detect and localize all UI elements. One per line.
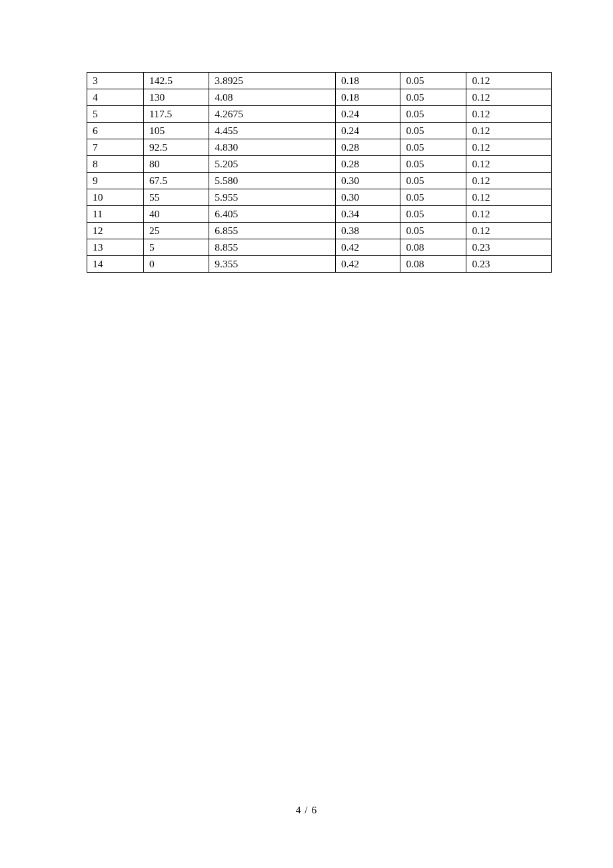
- table-cell: 0.08: [400, 256, 466, 273]
- table-cell: 0.05: [400, 73, 466, 89]
- table-cell: 10: [87, 189, 144, 206]
- table-row: 9 67.5 5.580 0.30 0.05 0.12: [87, 173, 552, 189]
- table-cell: 0.05: [400, 106, 466, 123]
- table-cell: 0.42: [335, 256, 400, 273]
- table-cell: 0.12: [466, 73, 552, 89]
- table-cell: 0.12: [466, 189, 552, 206]
- table-cell: 6.855: [209, 223, 336, 239]
- table-cell: 7: [87, 139, 144, 156]
- table-cell: 0.38: [335, 223, 400, 239]
- table-row: 13 5 8.855 0.42 0.08 0.23: [87, 239, 552, 256]
- table-row: 11 40 6.405 0.34 0.05 0.12: [87, 206, 552, 223]
- table-cell: 5: [87, 106, 144, 123]
- table-cell: 4.455: [209, 123, 336, 139]
- table-cell: 8: [87, 156, 144, 173]
- table-row: 14 0 9.355 0.42 0.08 0.23: [87, 256, 552, 273]
- table-cell: 0.18: [335, 89, 400, 106]
- table-row: 10 55 5.955 0.30 0.05 0.12: [87, 189, 552, 206]
- table-row: 8 80 5.205 0.28 0.05 0.12: [87, 156, 552, 173]
- table-cell: 0.08: [400, 239, 466, 256]
- page-content: 3 142.5 3.8925 0.18 0.05 0.12 4 130 4.08…: [0, 0, 613, 273]
- table-cell: 0.05: [400, 189, 466, 206]
- table-cell: 0.12: [466, 223, 552, 239]
- table-cell: 0.05: [400, 89, 466, 106]
- table-row: 12 25 6.855 0.38 0.05 0.12: [87, 223, 552, 239]
- table-cell: 0.05: [400, 139, 466, 156]
- table-cell: 0.12: [466, 106, 552, 123]
- table-body: 3 142.5 3.8925 0.18 0.05 0.12 4 130 4.08…: [87, 73, 552, 273]
- table-cell: 55: [144, 189, 209, 206]
- table-cell: 0.12: [466, 89, 552, 106]
- table-cell: 0.12: [466, 156, 552, 173]
- table-cell: 14: [87, 256, 144, 273]
- table-cell: 105: [144, 123, 209, 139]
- table-cell: 0.18: [335, 73, 400, 89]
- page-number-label: 4 / 6: [296, 804, 318, 815]
- table-cell: 0.24: [335, 123, 400, 139]
- table-cell: 5: [144, 239, 209, 256]
- table-cell: 0.28: [335, 156, 400, 173]
- table-cell: 0.05: [400, 223, 466, 239]
- table-cell: 40: [144, 206, 209, 223]
- table-cell: 80: [144, 156, 209, 173]
- table-cell: 0.30: [335, 189, 400, 206]
- table-cell: 3: [87, 73, 144, 89]
- page-footer: 4 / 6: [0, 804, 613, 816]
- table-cell: 130: [144, 89, 209, 106]
- table-cell: 0.42: [335, 239, 400, 256]
- table-cell: 6.405: [209, 206, 336, 223]
- table-cell: 9: [87, 173, 144, 189]
- table-cell: 0.34: [335, 206, 400, 223]
- table-cell: 92.5: [144, 139, 209, 156]
- table-cell: 0.05: [400, 156, 466, 173]
- table-cell: 13: [87, 239, 144, 256]
- table-row: 6 105 4.455 0.24 0.05 0.12: [87, 123, 552, 139]
- table-cell: 67.5: [144, 173, 209, 189]
- table-cell: 5.580: [209, 173, 336, 189]
- table-cell: 3.8925: [209, 73, 336, 89]
- table-cell: 0.12: [466, 139, 552, 156]
- table-cell: 117.5: [144, 106, 209, 123]
- data-table: 3 142.5 3.8925 0.18 0.05 0.12 4 130 4.08…: [87, 72, 552, 273]
- table-cell: 4.08: [209, 89, 336, 106]
- table-cell: 0.05: [400, 173, 466, 189]
- table-cell: 8.855: [209, 239, 336, 256]
- table-cell: 11: [87, 206, 144, 223]
- table-cell: 0.12: [466, 206, 552, 223]
- table-cell: 5.955: [209, 189, 336, 206]
- table-cell: 0.05: [400, 123, 466, 139]
- table-cell: 0.28: [335, 139, 400, 156]
- table-cell: 142.5: [144, 73, 209, 89]
- table-cell: 12: [87, 223, 144, 239]
- table-cell: 0.12: [466, 123, 552, 139]
- table-cell: 0.23: [466, 239, 552, 256]
- table-row: 7 92.5 4.830 0.28 0.05 0.12: [87, 139, 552, 156]
- table-row: 5 117.5 4.2675 0.24 0.05 0.12: [87, 106, 552, 123]
- table-cell: 0.12: [466, 173, 552, 189]
- table-cell: 25: [144, 223, 209, 239]
- table-cell: 0.23: [466, 256, 552, 273]
- table-cell: 4: [87, 89, 144, 106]
- table-cell: 0.24: [335, 106, 400, 123]
- table-row: 4 130 4.08 0.18 0.05 0.12: [87, 89, 552, 106]
- table-cell: 0: [144, 256, 209, 273]
- table-cell: 5.205: [209, 156, 336, 173]
- table-cell: 0.30: [335, 173, 400, 189]
- table-cell: 6: [87, 123, 144, 139]
- table-cell: 0.05: [400, 206, 466, 223]
- table-cell: 4.830: [209, 139, 336, 156]
- table-cell: 4.2675: [209, 106, 336, 123]
- table-cell: 9.355: [209, 256, 336, 273]
- table-row: 3 142.5 3.8925 0.18 0.05 0.12: [87, 73, 552, 89]
